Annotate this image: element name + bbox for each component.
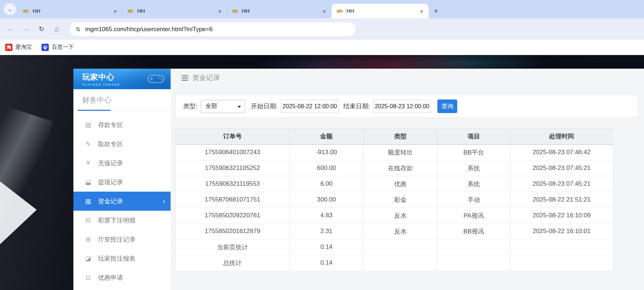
end-date-label: 结束日期:: [343, 102, 370, 110]
table-cell: 1755906321105252: [176, 160, 290, 176]
sidebar-item-lottery-detail[interactable]: ⊟ 彩票下注明细 ›: [73, 211, 171, 230]
sidebar-item-deposit-card[interactable]: ▤ 存款专区 ›: [73, 115, 171, 134]
home-button[interactable]: ⌂: [51, 23, 63, 35]
site-settings-icon[interactable]: [75, 26, 81, 32]
page-title: 资金记录: [192, 73, 220, 83]
table-cell: 彩金: [364, 192, 437, 208]
table-cell: 2025-08-22 21:51:21: [510, 192, 613, 208]
tab-close-icon[interactable]: ×: [418, 8, 425, 14]
table-cell: 2025-08-22 16:10:01: [510, 224, 613, 239]
sidebar-menu: ▤ 存款专区 › ✎ 取款专区 › ¥ 充值记录 › ⬓ 提现记录 ›: [73, 115, 171, 290]
gamepad-icon: [146, 72, 165, 85]
table-row: 1755906401007243-913.00额度转出BB平台2025-08-2…: [176, 145, 613, 160]
players-center-banner: 玩家中心 PLAYERS CENTER: [73, 69, 171, 89]
bookmark-baidu[interactable]: 百度一下: [41, 44, 74, 51]
main-panel: 资金记录 类型: 全部 开始日期: 结束日期: 查询 订单号金额类型项目处理时间…: [171, 69, 644, 290]
browser-tab[interactable]: HH ×: [18, 4, 122, 18]
column-header: 金额: [290, 128, 364, 145]
site-favicon-icon: [127, 8, 134, 14]
deposit-card-icon: ▤: [83, 121, 93, 129]
table-cell: 1755870681071751: [176, 192, 290, 208]
table-cell: [510, 239, 613, 255]
sidebar-item-label: 提现记录: [98, 178, 123, 186]
table-row: 17558502016128792.31反水BB视讯2025-08-22 16:…: [176, 224, 613, 239]
bookmark-label: 爱淘宝: [15, 44, 32, 51]
back-button[interactable]: ←: [4, 23, 17, 35]
sidebar-item-label: 玩家投注报表: [98, 254, 135, 263]
site-favicon-icon: [23, 8, 29, 14]
filter-bar: 类型: 全部 开始日期: 结束日期: 查询: [175, 95, 638, 118]
tab-title: HH: [137, 8, 217, 14]
end-date-input[interactable]: [373, 100, 431, 113]
sidebar-item-promo-record[interactable]: ⊟ 优惠申请记录 ›: [73, 287, 171, 290]
address-bar[interactable]: mgm1065.com/hhcp/usercenter.html?iniType…: [70, 22, 356, 36]
new-tab-button[interactable]: +: [429, 4, 443, 18]
table-cell: 6.00: [290, 176, 364, 192]
sidebar-item-funds-record[interactable]: ▥ 资金记录 ›: [73, 192, 171, 211]
browser-tab[interactable]: HH ×: [227, 4, 331, 18]
table-cell: BB视讯: [437, 224, 510, 239]
table-cell: 2.31: [290, 224, 364, 239]
search-button[interactable]: 查询: [437, 99, 457, 113]
column-header: 订单号: [176, 128, 290, 145]
player-report-icon: ◪: [83, 255, 93, 262]
reload-button[interactable]: ↻: [35, 23, 48, 35]
tab-close-icon[interactable]: ×: [112, 8, 119, 14]
sidebar-item-hall-bets[interactable]: ⊞ 厅室投注记录 ›: [73, 230, 171, 249]
tab-strip: ⌄ HH × HH × HH ×: [0, 0, 644, 18]
table-cell: 2025-08-23 07:45:21: [510, 176, 613, 192]
table-cell: 当前页统计: [176, 239, 290, 255]
sidebar-divider: [73, 110, 171, 111]
menu-toggle-icon[interactable]: [182, 75, 188, 81]
start-date-input[interactable]: [281, 100, 338, 113]
taobao-icon: 淘: [5, 44, 12, 51]
bookmark-aitaobao[interactable]: 淘 爱淘宝: [5, 44, 32, 51]
table-cell: [437, 239, 510, 255]
browser-tab[interactable]: HH ×: [331, 4, 429, 18]
table-row: 17559063211195536.00优惠系统2025-08-23 07:45…: [176, 176, 613, 192]
summary-row: 当前页统计0.14: [176, 239, 613, 255]
lottery-detail-icon: ⊟: [83, 217, 93, 224]
table-row: 17558502092207614.83反水PA视讯2025-08-22 16:…: [176, 208, 613, 224]
table-cell: [437, 255, 510, 271]
table-cell: PA视讯: [437, 208, 510, 224]
chevron-right-icon: ›: [163, 197, 165, 205]
sidebar-item-label: 彩票下注明细: [98, 216, 135, 225]
moneybag-icon: ¥: [83, 159, 93, 167]
table-cell: [510, 255, 613, 271]
table-cell: 2025-08-23 07:46:42: [510, 145, 613, 160]
table-cell: 系统: [437, 160, 510, 176]
table-cell: [364, 255, 437, 271]
sidebar-item-withdraw-hand[interactable]: ✎ 取款专区 ›: [73, 134, 171, 153]
withdraw-hand-icon: ✎: [83, 140, 93, 148]
funds-record-table: 订单号金额类型项目处理时间 1755906401007243-913.00额度转…: [175, 128, 613, 271]
forward-button[interactable]: →: [20, 23, 32, 35]
page-content: 玩家中心 PLAYERS CENTER 财务中心 ▤ 存款专区 ›: [0, 55, 644, 290]
summary-row: 总统计0.14: [176, 255, 613, 271]
tab-close-icon[interactable]: ×: [217, 8, 223, 14]
column-header: 项目: [437, 128, 510, 145]
table-cell: 600.00: [290, 160, 364, 176]
sidebar-item-moneybag[interactable]: ¥ 充值记录 ›: [73, 153, 171, 173]
sidebar-item-player-report[interactable]: ◪ 玩家投注报表 ›: [73, 249, 171, 268]
table-row: 1755906321105252600.00在线存款系统2025-08-23 0…: [176, 160, 613, 176]
site-favicon-icon: [232, 8, 239, 14]
type-select[interactable]: 全部: [201, 100, 245, 113]
tab-search-button[interactable]: ⌄: [4, 3, 16, 15]
wallet-icon: ⬓: [83, 178, 93, 186]
main-header: 资金记录: [171, 69, 644, 83]
table-cell: 4.83: [290, 208, 364, 224]
sidebar-item-wallet[interactable]: ⬓ 提现记录 ›: [73, 173, 171, 192]
table-cell: 1755906401007243: [176, 145, 290, 160]
tab-close-icon[interactable]: ×: [321, 8, 328, 14]
chevron-down-icon: [237, 106, 241, 108]
table-cell: 系统: [437, 176, 510, 192]
table-cell: 0.14: [290, 239, 364, 255]
sidebar-item-label: 厅室投注记录: [98, 235, 135, 244]
browser-tab[interactable]: HH ×: [122, 4, 227, 18]
site-favicon-icon: [336, 8, 343, 14]
table-cell: 2025-08-23 07:45:21: [510, 160, 613, 176]
table-cell: 1755850209220761: [176, 208, 290, 224]
table-cell: 1755906321119553: [176, 176, 290, 192]
sidebar-item-promo-apply[interactable]: ⊡ 优惠申请 ›: [73, 268, 171, 287]
